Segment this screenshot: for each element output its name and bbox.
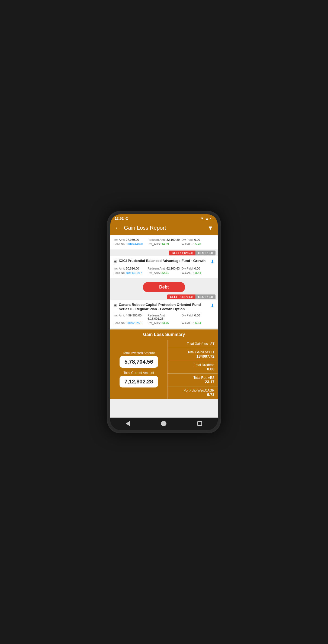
fund-row-amounts: Inv. Amt: 27,989.00 Redeem Amt: 32,100.3…	[114, 238, 214, 241]
back-nav-button[interactable]	[126, 421, 130, 426]
signal-icon: ▲	[205, 216, 209, 220]
summary-right-col: Total Gain/Loss ST Total Gain/Loss LT 13…	[168, 340, 218, 399]
fund2-row-folio: Folio No: 9064321/17 Ret_ABS: 22.21 W.CA…	[114, 271, 214, 274]
fund2-div-value: 0.00	[194, 267, 200, 270]
summary-section: Gain Loss Summary Total Invested Amount …	[110, 329, 218, 399]
fund3-folio-label: Folio No:	[114, 321, 126, 325]
filter-button[interactable]: ▼	[207, 225, 213, 232]
back-button[interactable]: ←	[115, 225, 121, 232]
summary-header: Gain Loss Summary	[110, 329, 218, 340]
fund2-folio-field: Folio No: 9064321/17	[114, 271, 146, 274]
wifi-icon: ▼	[200, 216, 204, 220]
fund3-inv-field: Inv. Amt: 4,99,900.00	[114, 314, 146, 320]
portfolio-cagr-item: PortFolio Weg.CAGR 6.73	[168, 386, 218, 399]
folio-field: Folio No: 1018444870	[114, 242, 146, 246]
fund3-header: ▣ Canara Robeco Capital Protection Orien…	[114, 303, 214, 312]
fund2-download-icon[interactable]: ⬇	[210, 259, 214, 265]
badge-row-1: GLLT : 11285.0 GLST : 0.0	[112, 251, 216, 255]
fund3-inv-label: Inv. Amt:	[114, 314, 125, 317]
portfolio-cagr-value: 6.73	[207, 392, 214, 397]
fund2-folio-label: Folio No:	[114, 271, 126, 274]
wcagr-value: 5.78	[195, 242, 201, 246]
wcagr-label: W.CAGR:	[182, 242, 195, 246]
fund-card-3: ▣ Canara Robeco Capital Protection Orien…	[110, 300, 218, 329]
fund2-row-amounts: Inv. Amt: 50,816.00 Redeem Amt: 62,100.6…	[114, 267, 214, 270]
inv-amt-field: Inv. Amt: 27,989.00	[114, 238, 146, 241]
page-title: Gain Loss Report	[124, 225, 207, 231]
fund3-document-icon: ▣	[114, 303, 117, 307]
fund2-name: ICICI Prudential Balanced Advantage Fund…	[119, 259, 208, 263]
fund3-row-folio: Folio No: 1049282531 Ret_ABS: 23.75 W.CA…	[114, 321, 214, 325]
total-current-block: Total Current Amount 7,12,802.28	[120, 371, 158, 387]
fund2-inv-value: 50,816.00	[126, 267, 139, 270]
fund-card-2: ▣ ICICI Prudential Balanced Advantage Fu…	[110, 256, 218, 278]
status-right: ▼ ▲ ▭	[200, 216, 213, 220]
div-value: 0.00	[194, 238, 200, 241]
recent-nav-button[interactable]	[197, 421, 202, 426]
redeem-label: Redeem Amt:	[147, 238, 166, 241]
total-invested-value: 5,78,704.56	[120, 356, 158, 368]
fund2-folio-value: 9064321/17	[126, 271, 142, 274]
fund3-div-field: Div Paid: 0.00	[182, 314, 214, 320]
bottom-nav	[110, 418, 218, 430]
redeem-amt-field: Redeem Amt: 32,100.39	[147, 238, 180, 241]
fund-card-1: Inv. Amt: 27,989.00 Redeem Amt: 32,100.3…	[110, 235, 218, 249]
debt-button[interactable]: Debt	[143, 282, 185, 292]
fund2-redeem-field: Redeem Amt: 62,100.63	[147, 267, 180, 270]
fund3-inv-value: 4,99,900.00	[126, 314, 142, 317]
glst-badge-1: GLST : 0.0	[195, 251, 216, 255]
inv-label: Inv. Amt:	[114, 238, 125, 241]
div-paid-field: Div Paid: 0.00	[182, 238, 214, 241]
inv-value: 27,989.00	[126, 238, 139, 241]
fund-row-folio: Folio No: 1018444870 Ret_ABS: 14.69 W.CA…	[114, 242, 214, 246]
dividend-label: Total Dividend	[194, 363, 214, 367]
fund3-folio-field: Folio No: 1049282531	[114, 321, 146, 325]
folio-value: 1018444870	[126, 242, 143, 246]
fund3-wcagr-field: W.CAGR: 6.64	[182, 321, 214, 325]
redeem-value: 32,100.39	[166, 238, 180, 241]
fund3-ret-value: 23.75	[162, 321, 169, 325]
fund2-inv-label: Inv. Amt:	[114, 267, 125, 270]
gllt-badge-1: GLLT : 11285.0	[169, 251, 195, 255]
battery-icon: ▭	[210, 216, 213, 220]
total-current-value: 7,12,802.28	[120, 376, 158, 387]
fund2-wcagr-label: W.CAGR:	[182, 271, 195, 274]
fund3-row-amounts: Inv. Amt: 4,99,900.00 Redeem Amt: 6,18,6…	[114, 314, 214, 320]
fund2-inv-field: Inv. Amt: 50,816.00	[114, 267, 146, 270]
dividend-item: Total Dividend 0.00	[168, 361, 218, 374]
app-header: ← Gain Loss Report ▼	[110, 222, 218, 235]
total-invested-label: Total Invested Amount	[120, 351, 158, 355]
fund2-document-icon: ▣	[114, 259, 117, 263]
div-label: Div Paid:	[182, 238, 194, 241]
fund3-redeem-field: Redeem Amt: 6,18,601.26	[147, 314, 180, 320]
fund2-ret-value: 22.21	[162, 271, 169, 274]
fund3-folio-value: 1049282531	[126, 321, 143, 325]
main-content: Inv. Amt: 27,989.00 Redeem Amt: 32,100.3…	[110, 235, 218, 418]
ret-value: 14.69	[162, 242, 169, 246]
fund2-div-field: Div Paid: 0.00	[182, 267, 214, 270]
ret-abs-item: Total Ret. ABS 23.17	[168, 374, 218, 386]
wcagr-field: W.CAGR: 5.78	[182, 242, 214, 246]
time: 12:52	[115, 216, 124, 220]
fund2-wcagr-field: W.CAGR: 8.44	[182, 271, 214, 274]
gain-st-item: Total Gain/Loss ST	[168, 340, 218, 348]
fund2-redeem-label: Redeem Amt:	[147, 267, 166, 270]
fund2-ret-field: Ret_ABS: 22.21	[147, 271, 180, 274]
fund3-download-icon[interactable]: ⬇	[210, 303, 214, 309]
ret-abs-field: Ret_ABS: 14.69	[147, 242, 180, 246]
badge-row-2: GLLT : 118701.0 GLST : 0.0	[112, 294, 216, 299]
home-nav-button[interactable]	[161, 421, 166, 426]
ret-abs-value: 23.17	[205, 380, 214, 384]
fund2-div-label: Div Paid:	[182, 267, 194, 270]
summary-left-col: Total Invested Amount 5,78,704.56 Total …	[110, 340, 168, 399]
fund3-div-value: 0.00	[194, 314, 200, 317]
gllt-badge-2: GLLT : 118701.0	[167, 294, 195, 299]
fund3-ret-field: Ret_ABS: 23.75	[147, 321, 180, 325]
gain-lt-item: Total Gain/Loss LT 134097.72	[168, 348, 218, 361]
fund3-wcagr-value: 6.64	[195, 321, 201, 325]
debt-section: Debt	[110, 279, 218, 294]
fund2-ret-label: Ret_ABS:	[147, 271, 160, 274]
fund2-redeem-value: 62,100.63	[166, 267, 180, 270]
fund3-wcagr-label: W.CAGR:	[182, 321, 195, 325]
status-left: 12:52 ⊙	[115, 216, 128, 221]
